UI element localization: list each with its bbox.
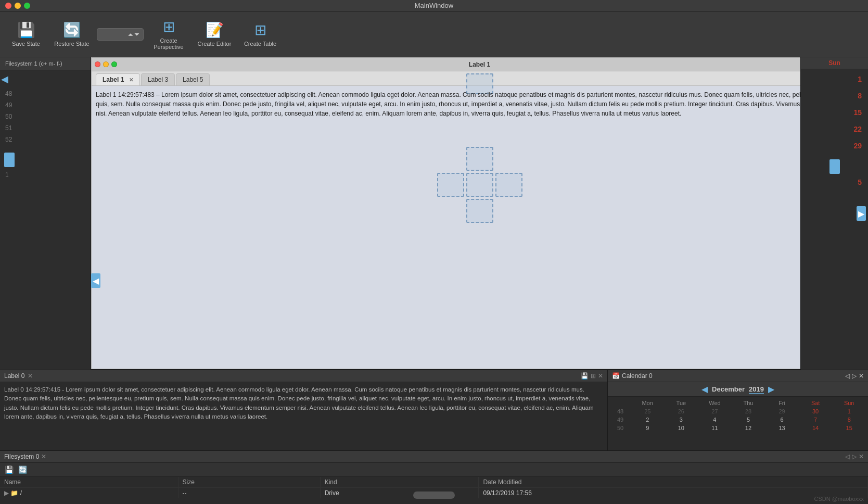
cal-cell-30: 30 xyxy=(799,407,833,415)
window-controls[interactable] xyxy=(5,3,30,9)
cal-nav-right2[interactable]: ▷ xyxy=(852,372,857,380)
maximize-button[interactable] xyxy=(24,3,30,9)
left-panel-title: Filesystem 1 (c+ m- f-) xyxy=(5,60,62,67)
bottom-scrollbar[interactable] xyxy=(413,492,455,499)
fs-date: 09/12/2019 17:56 xyxy=(479,488,868,499)
win-max-btn[interactable] xyxy=(111,61,117,67)
right-dates: 1 8 15 22 29 5 xyxy=(801,69,868,193)
fs-refresh-icon[interactable]: 🔄 xyxy=(18,465,27,474)
cal-panel-header: 📅 Calendar 0 ◁ ▷ ✕ xyxy=(608,370,868,382)
fbox-4 xyxy=(495,173,522,197)
cal-close[interactable]: ✕ xyxy=(859,372,864,380)
left-center-arrow[interactable]: ◀ xyxy=(91,273,100,288)
cal-header-left: 📅 Calendar 0 xyxy=(612,372,653,380)
cal-prev-arrow[interactable]: ◀ xyxy=(701,384,708,394)
perspective-dropdown[interactable]: ⏶⏷ xyxy=(97,28,144,41)
right-date-1: 1 xyxy=(803,71,866,87)
cal-header-right[interactable]: ◁ ▷ ✕ xyxy=(845,372,864,380)
fs-close2[interactable]: ✕ xyxy=(859,453,864,460)
label0-nav-restore[interactable]: ⊞ xyxy=(591,372,596,380)
fs-toolbar: 💾 🔄 xyxy=(0,463,868,477)
create-table-button[interactable]: ⊞ Create Table xyxy=(239,14,281,55)
right-panel: Sun 1 8 15 22 29 5 ▶ xyxy=(800,57,868,370)
left-panel-header: Filesystem 1 (c+ m- f-) xyxy=(0,57,91,70)
label0-close[interactable]: ✕ xyxy=(28,372,33,380)
right-arrow-nav[interactable]: ▶ xyxy=(857,206,866,221)
create-editor-button[interactable]: 📝 Create Editor xyxy=(194,14,235,55)
cal-cell-15: 15 xyxy=(832,424,866,432)
main-area: Filesystem 1 (c+ m- f-) ◀ 48 49 50 51 52… xyxy=(0,57,868,504)
cal-day-headers: Mon Tue Wed Thu Fri Sat Sun xyxy=(610,399,866,407)
cal-row-50: 50 9 10 11 12 13 14 15 xyxy=(610,424,866,432)
fs-name: / xyxy=(20,489,22,497)
cal-cell-13: 13 xyxy=(765,424,799,432)
cal-cell-29: 29 xyxy=(765,407,799,415)
tab-label3[interactable]: Label 3 xyxy=(141,73,175,85)
label-content-text: Label 1 14:29:57:483 – Lorem ipsum dolor… xyxy=(96,91,861,117)
right-date-2: 8 xyxy=(803,87,866,104)
label0-header: Label 0 ✕ 💾 ⊞ ✕ xyxy=(0,370,607,382)
toolbar: 💾 Save State 🔄 Restore State ⏶⏷ ⊞ Create… xyxy=(0,11,868,57)
tab-label5[interactable]: Label 5 xyxy=(176,73,210,85)
cal-cell-7: 7 xyxy=(799,415,833,424)
label0-panel: Label 0 ✕ 💾 ⊞ ✕ Label 0 14:29:57:415 - L… xyxy=(0,370,608,450)
fs-header-right[interactable]: ◁ ▷ ✕ xyxy=(845,453,864,460)
fs-nav-right[interactable]: ▷ xyxy=(852,453,857,460)
left-nav-arrow-center[interactable]: ◀ xyxy=(91,273,100,288)
window-title: MainWindow xyxy=(415,2,453,9)
cal-cell-10: 10 xyxy=(665,424,698,432)
dropdown-arrow: ⏶⏷ xyxy=(127,31,140,38)
tab1-close[interactable]: ✕ xyxy=(129,77,133,83)
label0-nav-close2[interactable]: ✕ xyxy=(598,372,603,380)
win-close-btn[interactable] xyxy=(95,61,100,67)
tab-label1[interactable]: Label 1 ✕ xyxy=(96,73,140,85)
cal-cell-28: 28 xyxy=(732,407,765,415)
cal-cell-26: 26 xyxy=(665,407,698,415)
fs-close[interactable]: ✕ xyxy=(41,453,46,460)
title-bar: MainWindow xyxy=(0,0,868,11)
save-state-button[interactable]: 💾 Save State xyxy=(5,14,47,55)
cal-sat-header: Sat xyxy=(799,399,833,407)
cal-next-arrow[interactable]: ▶ xyxy=(768,384,774,394)
left-nav-arrow[interactable]: ◀ xyxy=(0,72,9,86)
tab5-label: Label 5 xyxy=(183,76,203,83)
label-content: Label 1 14:29:57:483 – Lorem ipsum dolor… xyxy=(92,86,867,369)
bottom-section: Label 0 ✕ 💾 ⊞ ✕ Label 0 14:29:57:415 - L… xyxy=(0,370,868,504)
restore-icon: 🔄 xyxy=(63,21,81,39)
center-area: Label 1 ‹ › Label 1 ✕ Label 3 xyxy=(91,57,868,370)
label0-header-left: Label 0 ✕ xyxy=(4,372,33,380)
cal-nav-left2[interactable]: ◁ xyxy=(845,372,850,380)
right-nav-arrow[interactable]: ▶ xyxy=(857,206,866,221)
row-num-51: 51 xyxy=(0,122,91,134)
label-window-controls[interactable] xyxy=(95,61,117,67)
fs-save-icon[interactable]: 💾 xyxy=(4,465,14,474)
fbox-5 xyxy=(466,199,493,223)
create-perspective-button[interactable]: ⊞ Create Perspective xyxy=(148,14,189,55)
cal-cell-4: 4 xyxy=(698,415,732,424)
right-date-3: 15 xyxy=(803,104,866,121)
cal-year: 2019 xyxy=(749,385,764,394)
cal-mon-header: Mon xyxy=(631,399,665,407)
label-window: Label 1 ‹ › Label 1 ✕ Label 3 xyxy=(91,57,868,369)
cal-week-50: 50 xyxy=(610,424,631,432)
right-scroll-thumb xyxy=(829,159,840,174)
fs-title: Filesystem 0 xyxy=(4,453,39,460)
restore-state-button[interactable]: 🔄 Restore State xyxy=(51,14,93,55)
expand-icon[interactable]: ▶ xyxy=(4,489,9,497)
restore-state-label: Restore State xyxy=(54,41,89,47)
cal-cell-8: 8 xyxy=(832,415,866,424)
win-min-btn[interactable] xyxy=(103,61,109,67)
fs-nav-left[interactable]: ◁ xyxy=(845,453,850,460)
cal-cell-12: 12 xyxy=(732,424,765,432)
minimize-button[interactable] xyxy=(15,3,21,9)
watermark: CSDN @maoboxxx xyxy=(814,496,864,502)
fs-header-row: Name Size Kind Date Modified xyxy=(0,477,868,488)
row-num-1: 1 xyxy=(0,169,91,181)
cal-week-48: 48 xyxy=(610,407,631,415)
row-num-50: 50 xyxy=(0,111,91,122)
right-date-6: 5 xyxy=(803,174,866,191)
close-button[interactable] xyxy=(5,3,11,9)
label0-nav[interactable]: 💾 ⊞ ✕ xyxy=(581,372,603,380)
label0-nav-save[interactable]: 💾 xyxy=(581,372,589,380)
cal-cell-6: 6 xyxy=(765,415,799,424)
